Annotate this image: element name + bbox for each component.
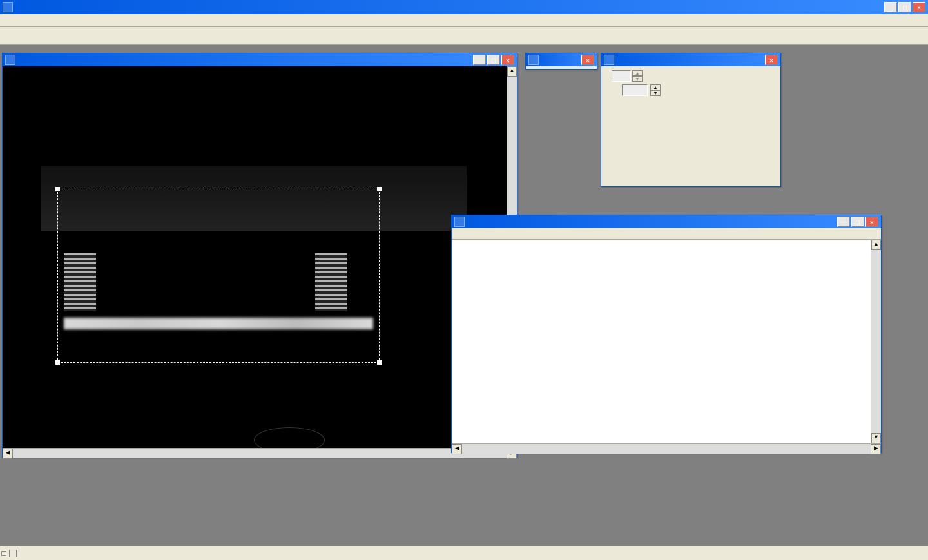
- status-icon-2: [9, 550, 17, 557]
- profile-maximize-button[interactable]: □: [851, 217, 864, 227]
- lane-width-spinner[interactable]: ▲▼: [632, 70, 643, 82]
- close-button[interactable]: ✕: [913, 2, 925, 12]
- gel-icon: [5, 55, 15, 65]
- lanes-close-button[interactable]: ✕: [765, 55, 778, 65]
- maximize-button[interactable]: □: [898, 2, 911, 12]
- app-toolbar: [0, 27, 928, 45]
- minimize-button[interactable]: _: [884, 2, 897, 12]
- lookfor-field: [622, 84, 648, 96]
- img-maximize-button[interactable]: □: [487, 55, 500, 65]
- status-bar: [0, 546, 928, 560]
- status-icon-1: [1, 551, 6, 556]
- gel-image-canvas[interactable]: [3, 66, 507, 448]
- profile-scroll-v[interactable]: ▲▼: [871, 240, 881, 443]
- mdi-area: _ □ ✕: [0, 45, 928, 546]
- img-minimize-button[interactable]: _: [473, 55, 486, 65]
- onedgel-close-button[interactable]: ✕: [581, 55, 594, 65]
- lookfor-spinner[interactable]: ▲▼: [650, 84, 661, 96]
- img-scroll-h[interactable]: ◀▶: [3, 448, 517, 458]
- lanes-icon: [604, 55, 614, 65]
- profile-minimize-button[interactable]: _: [837, 217, 850, 227]
- lanes-dialog: ✕ ▲▼ ▲▼: [601, 53, 781, 187]
- profile-scroll-h[interactable]: ◀▶: [452, 443, 881, 454]
- image-window: _ □ ✕: [2, 53, 517, 458]
- app-menubar: [0, 14, 928, 27]
- app-icon: [3, 2, 13, 12]
- img-close-button[interactable]: ✕: [501, 55, 514, 65]
- onedgel-panel: ✕: [525, 53, 597, 70]
- lane-width-field: [612, 70, 631, 82]
- app-titlebar: _ □ ✕: [0, 0, 928, 14]
- panel-icon: [528, 55, 539, 65]
- profile-icon: [454, 217, 465, 227]
- profile-close-button[interactable]: ✕: [865, 217, 878, 227]
- lane-profile-window: _ □ ✕ ▲▼ ◀▶: [451, 215, 882, 453]
- profile-chart[interactable]: [452, 240, 871, 443]
